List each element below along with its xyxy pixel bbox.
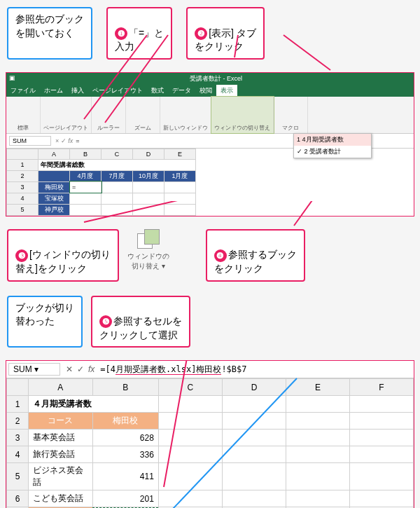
- ribbon-group-macro[interactable]: マクロ: [274, 97, 308, 133]
- step5-num: ❺: [99, 315, 112, 328]
- formula-bar-2: SUM ▾ ✕ ✓ fx =[4月期受講者数.xlsx]梅田校!$B$7: [6, 361, 414, 378]
- tab-pagelayout[interactable]: ページレイアウト: [88, 85, 147, 97]
- mid-callouts-row: ❸[ウィンドウの切り 替え]をクリック ウィンドウの 切り替え ▾ ❹参照するブ…: [0, 222, 420, 289]
- excel-window-1: ▣ 受講者数計 - Excel ファイル ホーム 挿入 ページレイアウト 数式 …: [6, 72, 414, 217]
- titlebar: ▣ 受講者数計 - Excel: [6, 73, 414, 85]
- formula-content-2[interactable]: =[4月期受講者数.xlsx]梅田校!$B$7: [100, 364, 412, 376]
- ribbon-group-pagelayout[interactable]: ページレイアウト: [41, 97, 92, 133]
- switch-icon-label: ウィンドウの 切り替え ▾: [127, 252, 169, 271]
- step2-num: ❷: [195, 27, 207, 40]
- step3-text: [ウィンドウの切り 替え]をクリック: [15, 249, 111, 274]
- tab-data[interactable]: データ: [168, 85, 195, 97]
- open-ref-book-callout: 参照先のブック を開いておく: [7, 7, 92, 60]
- switch-window-icon-graphic: [136, 229, 161, 249]
- fx-icon[interactable]: fx: [88, 364, 94, 374]
- excel-window-2: SUM ▾ ✕ ✓ fx =[4月期受講者数.xlsx]梅田校!$B$7 A B…: [6, 360, 414, 508]
- tab-insert[interactable]: 挿入: [67, 85, 88, 97]
- tab-formula[interactable]: 数式: [147, 85, 168, 97]
- ribbon-group-switchwindow[interactable]: ウィンドウの切り替え: [211, 97, 274, 133]
- step3-num: ❸: [15, 249, 28, 262]
- excel-icon: ▣: [9, 74, 15, 83]
- step3-callout: ❸[ウィンドウの切り 替え]をクリック: [7, 229, 119, 282]
- mid2-callouts-row: ブックが切り 替わった ❺参照するセルを クリックして選択: [0, 289, 420, 355]
- tab-view[interactable]: 表示: [216, 85, 237, 97]
- tab-review[interactable]: 校閲: [195, 85, 216, 97]
- tab-file[interactable]: ファイル: [6, 85, 40, 97]
- window-title: 受講者数計 - Excel: [190, 74, 242, 83]
- tab-home[interactable]: ホーム: [40, 85, 67, 97]
- step5-callout: ❺参照するセルを クリックして選択: [91, 296, 190, 348]
- switch-window-icon: ウィンドウの 切り替え ▾: [127, 229, 169, 271]
- switched-callout: ブックが切り 替わった: [7, 296, 83, 348]
- ribbon-group-views[interactable]: 標準: [6, 97, 41, 133]
- step5-text: 参照するセルを クリックして選択: [99, 315, 182, 341]
- ribbon-group-zoom[interactable]: ズーム: [126, 97, 160, 133]
- step4-callout: ❹参照するブック をクリック: [206, 229, 305, 282]
- top-callouts-row: 参照先のブック を開いておく ❶「=」と 入力 ❷[表示] タブ をクリック: [0, 0, 420, 67]
- ribbon-group-ruler[interactable]: ルーラー: [92, 97, 126, 133]
- step2-callout: ❷[表示] タブ をクリック: [186, 7, 265, 60]
- ribbon-body: 標準 ページレイアウト ルーラー ズーム 新しいウィンドウ ウィンドウの切り替え…: [6, 97, 414, 134]
- namebox-1[interactable]: SUM: [9, 136, 51, 146]
- formula-content-1[interactable]: =: [76, 137, 79, 144]
- dropdown-item-2[interactable]: ✓ 2 受講者数計: [294, 146, 371, 158]
- ribbon-tabs: ファイル ホーム 挿入 ページレイアウト 数式 データ 校閲 表示: [6, 85, 414, 97]
- grid-1[interactable]: ABCDE 1年間受講者総数 24月度7月度10月度1月度 3梅田校= 4宝塚校…: [6, 149, 196, 216]
- fx-icon[interactable]: × ✓ fx: [55, 137, 73, 144]
- ribbon-group-newwindow[interactable]: 新しいウィンドウ: [160, 97, 211, 133]
- step1-num: ❶: [115, 27, 127, 40]
- switch-window-dropdown: 1 4月期受講者数 ✓ 2 受講者数計: [293, 133, 372, 158]
- step4-text: 参照するブック をクリック: [214, 249, 297, 274]
- confirm-icon[interactable]: ✓: [77, 364, 84, 374]
- grid-2[interactable]: A B C D E F 1４月期受講者数 2コース梅田校 3基本英会話628 4…: [6, 378, 414, 508]
- step4-num: ❹: [214, 249, 227, 262]
- dropdown-item-1[interactable]: 1 4月期受講者数: [294, 134, 371, 146]
- step1-callout: ❶「=」と 入力: [106, 7, 172, 60]
- cancel-icon[interactable]: ✕: [66, 364, 73, 374]
- namebox-2[interactable]: SUM ▾: [8, 363, 60, 376]
